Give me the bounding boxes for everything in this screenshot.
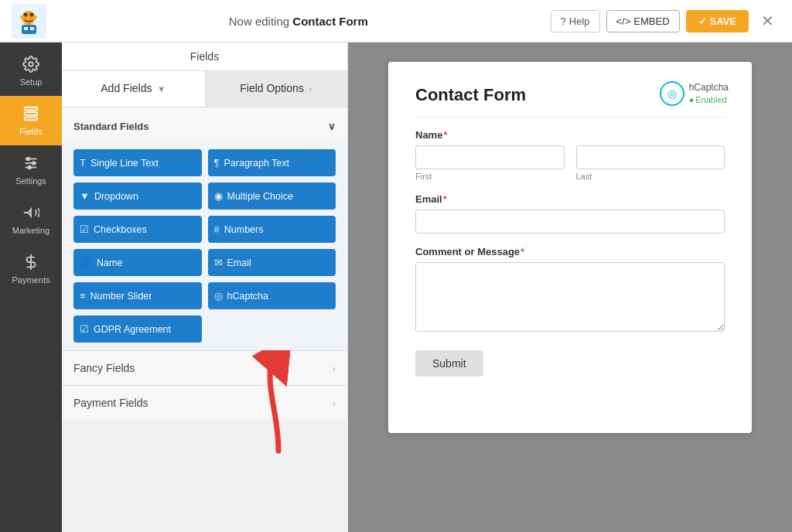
form-card: Contact Form ◎ hCaptcha ● Enabled Name* xyxy=(388,62,752,433)
gdpr-icon: ☑ xyxy=(80,323,89,335)
app-logo xyxy=(12,4,46,39)
tab-field-options[interactable]: Field Options › xyxy=(205,71,348,107)
field-btn-name[interactable]: 👤 Name xyxy=(73,249,202,276)
tab-arrow-icon: ▼ xyxy=(157,84,166,94)
left-sidebar: Setup Fields xyxy=(0,43,62,532)
payment-fields-header[interactable]: Payment Fields › xyxy=(62,386,347,420)
name-row: First Last xyxy=(415,145,725,181)
svg-point-9 xyxy=(29,62,33,66)
comment-label: Comment or Message* xyxy=(415,246,725,257)
field-btn-numbers[interactable]: # Numbers xyxy=(208,216,336,243)
submit-button[interactable]: Submit xyxy=(415,350,483,377)
email-input[interactable] xyxy=(415,210,725,234)
editing-title: Now editing Contact Form xyxy=(56,15,541,28)
form-group-comment: Comment or Message* xyxy=(415,246,725,334)
svg-point-4 xyxy=(20,15,25,19)
sidebar-item-payments[interactable]: Payments xyxy=(0,244,62,294)
main-layout: Setup Fields xyxy=(0,43,792,532)
sidebar-label-settings: Settings xyxy=(15,176,46,186)
right-preview: Contact Form ◎ hCaptcha ● Enabled Name* xyxy=(348,43,792,532)
svg-rect-11 xyxy=(25,112,38,115)
first-name-input[interactable] xyxy=(415,145,565,169)
help-icon: ? xyxy=(561,15,566,27)
svg-point-16 xyxy=(27,158,30,161)
svg-rect-10 xyxy=(25,107,38,111)
last-label: Last xyxy=(576,172,725,181)
fancy-fields-header[interactable]: Fancy Fields › xyxy=(62,351,347,385)
email-icon: ✉ xyxy=(214,257,223,268)
sliders-icon xyxy=(22,155,39,173)
tab-add-fields[interactable]: Add Fields ▼ xyxy=(62,71,205,107)
svg-point-18 xyxy=(28,166,31,169)
hash-icon: # xyxy=(214,223,220,235)
text-icon: T xyxy=(80,157,86,169)
chevron-right-icon-2: › xyxy=(333,397,336,409)
hcaptcha-status: ● Enabled xyxy=(689,94,729,105)
fancy-fields-label: Fancy Fields xyxy=(73,362,135,374)
payment-fields-label: Payment Fields xyxy=(73,397,148,409)
last-name-field: Last xyxy=(576,145,725,181)
check-icon: ✓ xyxy=(698,15,707,27)
dollar-icon xyxy=(22,254,39,272)
svg-rect-8 xyxy=(30,27,34,30)
field-buttons-grid: T Single Line Text ¶ Paragraph Text ▼ Dr… xyxy=(62,142,347,350)
sidebar-item-marketing[interactable]: Marketing xyxy=(0,195,62,244)
top-bar: Now editing Contact Form ? Help </> EMBE… xyxy=(0,0,792,43)
fancy-fields-section: Fancy Fields › xyxy=(62,350,347,385)
last-name-input[interactable] xyxy=(576,145,725,169)
captcha-icon: ◎ xyxy=(214,290,223,302)
sidebar-item-setup[interactable]: Setup xyxy=(0,46,62,96)
field-btn-checkboxes[interactable]: ☑ Checkboxes xyxy=(73,216,202,243)
payment-fields-section: Payment Fields › xyxy=(62,385,347,420)
paragraph-icon: ¶ xyxy=(214,157,220,169)
svg-point-17 xyxy=(32,162,36,165)
required-star-comment: * xyxy=(521,246,524,257)
center-tabs: Add Fields ▼ Field Options › xyxy=(62,71,347,107)
field-btn-gdpr[interactable]: ☑ GDPR Agreement xyxy=(73,315,202,343)
hcaptcha-label: hCaptcha xyxy=(689,82,729,94)
field-btn-multiple-choice[interactable]: ◉ Multiple Choice xyxy=(208,182,336,210)
chevron-right-icon: › xyxy=(333,363,336,374)
sidebar-item-fields[interactable]: Fields xyxy=(0,96,62,145)
first-name-field: First xyxy=(415,145,565,181)
sidebar-item-settings[interactable]: Settings xyxy=(0,145,62,195)
radio-icon: ◉ xyxy=(214,190,223,202)
field-btn-email[interactable]: ✉ Email xyxy=(208,249,336,276)
center-panel-wrapper: Fields Add Fields ▼ Field Options › Stan… xyxy=(62,43,348,532)
comment-textarea[interactable] xyxy=(415,262,725,332)
field-btn-dropdown[interactable]: ▼ Dropdown xyxy=(73,182,202,210)
standard-fields-header[interactable]: Standard Fields ∨ xyxy=(62,111,347,142)
svg-rect-7 xyxy=(24,27,28,30)
dropdown-icon: ▼ xyxy=(80,190,90,202)
save-button[interactable]: ✓ SAVE xyxy=(686,10,749,32)
fields-icon xyxy=(22,105,39,124)
field-btn-paragraph-text[interactable]: ¶ Paragraph Text xyxy=(208,149,336,176)
hcaptcha-badge: ◎ hCaptcha ● Enabled xyxy=(660,81,729,106)
top-bar-actions: ? Help </> EMBED ✓ SAVE ✕ xyxy=(551,9,780,33)
close-button[interactable]: ✕ xyxy=(755,9,780,33)
form-divider xyxy=(415,117,725,118)
help-button[interactable]: ? Help xyxy=(551,10,600,32)
field-btn-hcaptcha[interactable]: ◎ hCaptcha xyxy=(208,282,336,309)
svg-rect-12 xyxy=(25,118,38,121)
fields-title: Fields xyxy=(190,50,219,63)
tab-arrow-right-icon: › xyxy=(309,84,312,94)
field-btn-number-slider[interactable]: ≡ Number Slider xyxy=(73,282,202,309)
slider-icon: ≡ xyxy=(80,290,86,302)
sidebar-label-setup: Setup xyxy=(20,77,43,87)
chevron-down-icon: ∨ xyxy=(328,121,336,132)
required-star-email: * xyxy=(443,193,447,205)
email-label: Email* xyxy=(415,193,725,205)
embed-button[interactable]: </> EMBED xyxy=(606,10,680,32)
form-group-email: Email* xyxy=(415,193,725,234)
user-icon: 👤 xyxy=(80,257,92,268)
svg-rect-6 xyxy=(22,25,36,34)
hcaptcha-logo: ◎ xyxy=(660,81,684,106)
field-btn-single-line-text[interactable]: T Single Line Text xyxy=(73,149,202,176)
name-label: Name* xyxy=(415,129,725,141)
checkbox-icon: ☑ xyxy=(80,223,89,235)
first-label: First xyxy=(415,172,565,181)
required-star: * xyxy=(443,129,447,141)
sidebar-label-fields: Fields xyxy=(19,127,42,136)
sidebar-label-payments: Payments xyxy=(12,275,50,285)
